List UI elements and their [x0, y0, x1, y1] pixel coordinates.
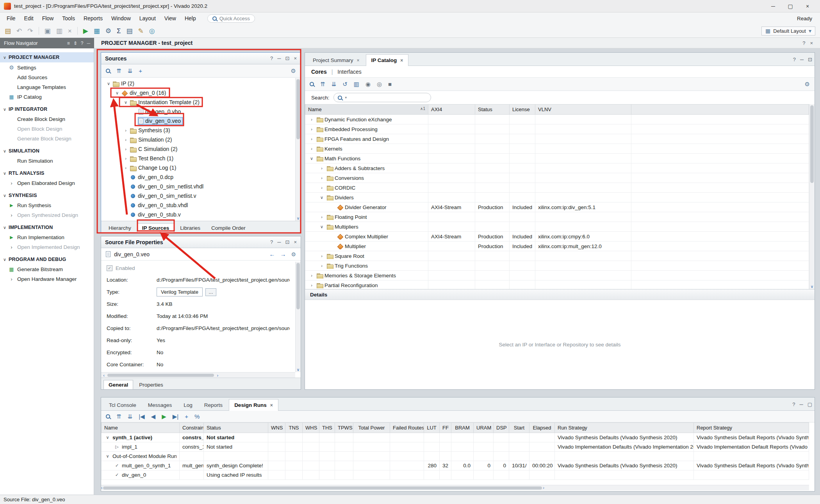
scrollbar-thumb[interactable]: [296, 263, 300, 309]
next-icon[interactable]: ▶|: [173, 413, 178, 419]
chevron-down-icon[interactable]: ∨: [105, 81, 112, 86]
flownav-section-project-manager[interactable]: ∨PROJECT MANAGER: [0, 52, 94, 62]
tree-item-c-simulation[interactable]: ›C Simulation (2): [101, 144, 295, 154]
chevron-right-icon[interactable]: ›: [318, 254, 325, 258]
tree-item-test-bench[interactable]: ›Test Bench (1): [101, 154, 295, 163]
tree-item-div-gen-0-sim-netlist-v[interactable]: div_gen_0_sim_netlist.v: [101, 191, 295, 201]
details-icon[interactable]: ■: [388, 81, 392, 87]
tab-ip-catalog[interactable]: IP Catalog×: [366, 54, 409, 66]
menu-window[interactable]: Window: [107, 13, 135, 23]
help-icon[interactable]: ?: [270, 239, 273, 245]
flownav-item-open-implemented-design[interactable]: ›Open Implemented Design: [0, 242, 94, 252]
expand-all-icon[interactable]: ⇊: [128, 68, 133, 74]
chevron-right-icon[interactable]: ›: [308, 127, 315, 131]
chevron-right-icon[interactable]: ›: [308, 146, 315, 151]
tree-item-instantiation-template[interactable]: ∨Instantiation Template (2): [101, 98, 295, 107]
column-header-name[interactable]: Name∧1: [305, 105, 428, 115]
column-header-axi4[interactable]: AXI4: [428, 105, 475, 115]
search-icon[interactable]: [310, 82, 314, 86]
flownav-section-synthesis[interactable]: ∨SYNTHESIS: [0, 190, 94, 201]
tree-item-div-gen-0-vho[interactable]: div_gen_0.vho: [101, 107, 295, 116]
details-header[interactable]: Details: [305, 289, 815, 300]
column-header-wns[interactable]: WNS: [268, 423, 285, 433]
back-icon[interactable]: ←: [269, 251, 275, 257]
quick-access-search[interactable]: Quick Access: [207, 14, 255, 23]
tree-item-ip[interactable]: ∨IP (2): [101, 79, 295, 88]
chevron-right-icon[interactable]: ›: [318, 215, 325, 219]
column-header-failed-routes[interactable]: Failed Routes: [390, 423, 424, 433]
properties-horizontal-scrollbar[interactable]: ‹ ›: [101, 372, 295, 378]
flownav-section-ip-integrator[interactable]: ∨IP INTEGRATOR: [0, 104, 94, 114]
play-icon[interactable]: ▶: [162, 413, 166, 419]
tab-messages[interactable]: Messages: [143, 399, 178, 411]
collapse-all-icon[interactable]: ⇈: [320, 81, 325, 87]
add-run-icon[interactable]: +: [185, 413, 188, 419]
previous-icon[interactable]: ◀: [151, 413, 156, 419]
forward-icon[interactable]: →: [280, 251, 286, 257]
flownav-item-run-synthesis[interactable]: ▶Run Synthesis: [0, 201, 94, 210]
catalog-row-trig-functions[interactable]: ›Trig Functions: [305, 261, 809, 271]
catalog-row-adders-subtracters[interactable]: ›Adders & Subtracters: [305, 163, 809, 173]
chevron-right-icon[interactable]: ›: [122, 147, 129, 151]
close-icon[interactable]: ×: [357, 58, 360, 63]
column-header-ff[interactable]: FF: [440, 423, 451, 433]
menu-tools[interactable]: Tools: [58, 13, 79, 23]
column-header-constraints[interactable]: Constraints: [180, 423, 204, 433]
column-header-license[interactable]: License: [510, 105, 535, 115]
flownav-item-open-hardware-manager[interactable]: ›Open Hardware Manager: [0, 274, 94, 284]
chevron-right-icon[interactable]: ›: [122, 165, 129, 170]
chevron-right-icon[interactable]: ›: [308, 283, 315, 287]
tab-compile-order[interactable]: Compile Order: [206, 223, 251, 232]
flownav-item-run-simulation[interactable]: Run Simulation: [0, 156, 94, 166]
float-icon[interactable]: ⊡: [285, 239, 290, 245]
chevron-right-icon[interactable]: ›: [122, 137, 129, 142]
close-button[interactable]: ×: [799, 3, 816, 9]
catalog-row-divider-generator[interactable]: Divider GeneratorAXI4-StreamProductionIn…: [305, 202, 809, 212]
collapse-all-icon[interactable]: ⇈: [116, 68, 121, 74]
type-dropdown[interactable]: Verilog Template: [157, 287, 203, 296]
column-header-lut[interactable]: LUT: [424, 423, 440, 433]
chevron-right-icon[interactable]: ›: [318, 185, 325, 190]
scroll-down-icon[interactable]: ∨: [296, 367, 301, 372]
help-icon[interactable]: ?: [802, 40, 805, 46]
chevron-right-icon[interactable]: ›: [308, 273, 315, 278]
help-icon[interactable]: ?: [793, 57, 796, 62]
menu-help[interactable]: Help: [180, 13, 200, 23]
flownav-item-language-templates[interactable]: Language Templates: [0, 82, 94, 92]
scrollbar-thumb[interactable]: [103, 486, 542, 490]
chevron-down-icon[interactable]: ∨: [318, 224, 325, 229]
scrollbar-thumb[interactable]: [296, 79, 300, 139]
expand-collapse-icon[interactable]: ⇕: [73, 41, 77, 46]
column-header-tpws[interactable]: TPWS: [335, 423, 353, 433]
run-row-synth-1-active[interactable]: ∨synth_1 (active)constrs_1Not startedViv…: [102, 433, 809, 442]
column-header-start[interactable]: Start: [509, 423, 529, 433]
close-icon[interactable]: ×: [400, 58, 403, 63]
tab-log[interactable]: Log: [178, 399, 198, 411]
scroll-right-icon[interactable]: ›: [543, 486, 544, 490]
settings-gear-icon[interactable]: ⚙: [805, 81, 810, 87]
catalog-row-square-root[interactable]: ›Square Root: [305, 251, 809, 261]
minimize-icon[interactable]: ─: [87, 41, 90, 46]
chevron-right-icon[interactable]: ›: [308, 137, 315, 141]
minimize-icon[interactable]: ─: [800, 57, 804, 62]
menu-flow[interactable]: Flow: [38, 13, 58, 23]
tree-item-simulation[interactable]: ›Simulation (2): [101, 135, 295, 144]
add-sources-icon[interactable]: +: [139, 68, 142, 74]
minimize-icon[interactable]: ─: [799, 401, 803, 407]
tab-general[interactable]: General: [103, 380, 133, 389]
save-icon[interactable]: ▣: [45, 28, 51, 34]
tree-item-div-gen-0-sim-netlist-vhdl[interactable]: div_gen_0_sim_netlist.vhdl: [101, 182, 295, 191]
flownav-item-open-block-design[interactable]: Open Block Design: [0, 124, 94, 134]
restore-hierarchy-icon[interactable]: ↺: [342, 81, 348, 87]
float-icon[interactable]: ⊡: [808, 57, 812, 62]
more-button[interactable]: …: [205, 288, 216, 296]
catalog-row-complex-multiplier[interactable]: Complex MultiplierAXI4-StreamProductionI…: [305, 232, 809, 241]
chevron-down-icon[interactable]: ∨: [308, 156, 315, 161]
redo-icon[interactable]: ↷: [27, 28, 33, 34]
minimize-icon[interactable]: ─: [277, 55, 281, 61]
open-project-icon[interactable]: ▤: [5, 28, 11, 34]
scroll-left-icon[interactable]: ‹: [101, 373, 107, 378]
tab-ip-sources[interactable]: IP Sources: [137, 223, 175, 232]
close-icon[interactable]: ×: [810, 40, 813, 46]
flownav-section-program-and-debug[interactable]: ∨PROGRAM AND DEBUG: [0, 254, 94, 264]
